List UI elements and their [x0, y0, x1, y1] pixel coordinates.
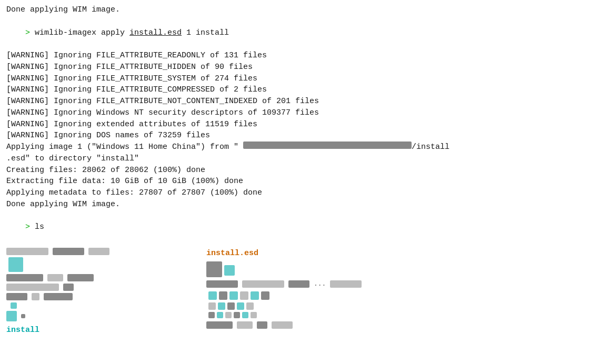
- line-warn1: [WARNING] Ignoring FILE_ATTRIBUTE_READON…: [6, 50, 594, 62]
- blurred-file2c: [67, 274, 94, 281]
- line-done2: Done applying WIM image.: [6, 199, 594, 210]
- r-bottom1: [206, 321, 233, 329]
- r-bottom2: [237, 321, 253, 329]
- ls-right-mosaic2: [208, 302, 594, 310]
- folder-icon-thumb: [8, 257, 23, 272]
- r-dark-block1: [206, 261, 222, 277]
- mosaic3-d2: [234, 312, 240, 318]
- line-warn7: [WARNING] Ignoring extended attributes o…: [6, 119, 594, 130]
- arg-install-esd: install.esd: [129, 28, 182, 37]
- r-blurred4: [330, 280, 362, 288]
- mosaic2-g2: [246, 302, 254, 310]
- dark-block1: [21, 314, 25, 318]
- r-dots: ...: [314, 279, 326, 289]
- line-extracting: Extracting file data: 10 GiB of 10 GiB (…: [6, 176, 594, 187]
- ls-right-mosaic: [208, 291, 594, 300]
- line-warn8: [WARNING] Ignoring DOS names of 73259 fi…: [6, 130, 594, 141]
- mosaic-d2: [261, 291, 269, 300]
- mosaic2-g1: [208, 302, 216, 310]
- prompt2: >: [25, 223, 35, 231]
- line-done1: Done applying WIM image.: [6, 4, 594, 16]
- mosaic3-c2: [242, 312, 248, 318]
- mosaic3-d1: [208, 312, 215, 318]
- cyan-block2: [6, 311, 17, 321]
- line-apply1: Applying image 1 ("Windows 11 Home China…: [6, 141, 594, 153]
- mosaic-c2: [229, 291, 238, 300]
- ls-left-item3: [6, 284, 206, 291]
- install-text: install: [6, 325, 39, 336]
- blurred-file1b: [53, 248, 84, 255]
- ls-left-item2: [6, 274, 206, 281]
- mosaic-g1: [240, 291, 248, 300]
- mosaic-c1: [208, 291, 217, 300]
- blurred-file1: [6, 248, 48, 255]
- ls-right-mosaic3: [208, 312, 594, 318]
- ls-left-item4: [6, 293, 206, 300]
- ls-right-item1: [206, 261, 594, 277]
- line-warn6: [WARNING] Ignoring Windows NT security d…: [6, 107, 594, 119]
- mosaic3-g2: [251, 312, 257, 318]
- ls-left-item1: [6, 248, 206, 255]
- r-blurred2: [242, 280, 284, 288]
- r-cyan-block1: [224, 265, 235, 276]
- ls-right-item2: ...: [206, 279, 594, 289]
- ls-install-label: install: [6, 325, 206, 336]
- ls-left-col: install: [6, 247, 206, 337]
- blurred-file2a: [6, 274, 43, 281]
- prompt: >: [25, 28, 35, 37]
- blurred-file3b: [63, 284, 74, 291]
- line-warn2: [WARNING] Ignoring FILE_ATTRIBUTE_HIDDEN…: [6, 62, 594, 73]
- line-creating: Creating files: 28062 of 28062 (100%) do…: [6, 165, 594, 176]
- blurred-file4a: [6, 293, 27, 300]
- mosaic-c3: [251, 291, 259, 300]
- r-bottom3: [257, 321, 267, 329]
- terminal-window: Done applying WIM image. > wimlib-imagex…: [0, 0, 600, 364]
- blurred-file1c: [88, 248, 109, 255]
- line-warn4: [WARNING] Ignoring FILE_ATTRIBUTE_COMPRE…: [6, 84, 594, 96]
- line-warn5: [WARNING] Ignoring FILE_ATTRIBUTE_NOT_CO…: [6, 96, 594, 107]
- ls-right-col: install.esd ...: [206, 247, 594, 337]
- cyan-block1: [11, 302, 17, 309]
- blurred-file2b: [47, 274, 63, 281]
- mosaic2-c2: [237, 302, 244, 310]
- blurred-dot: [32, 293, 39, 300]
- ls-left-item5: [11, 302, 206, 309]
- ls-install-esd-label: install.esd: [206, 248, 594, 259]
- line-apply2: .esd" to directory "install": [6, 153, 594, 165]
- ls-left-thumb: [8, 257, 206, 272]
- redacted-path: [243, 141, 412, 149]
- r-blurred1: [206, 280, 238, 288]
- blurred-file4b: [44, 293, 73, 300]
- mosaic3-c1: [217, 312, 223, 318]
- r-bottom4: [272, 321, 293, 329]
- r-blurred3: [288, 280, 309, 288]
- ls-output: install install.esd ...: [6, 247, 594, 337]
- mosaic3-g1: [225, 312, 232, 318]
- line-cmd2: > ls: [6, 210, 594, 245]
- mosaic2-d1: [227, 302, 235, 310]
- line-warn3: [WARNING] Ignoring FILE_ATTRIBUTE_SYSTEM…: [6, 73, 594, 85]
- cmd-wimlib: wimlib-imagex apply install.esd 1 instal…: [35, 28, 229, 37]
- line-metadata: Applying metadata to files: 27807 of 278…: [6, 187, 594, 199]
- cmd-ls: ls: [35, 223, 44, 231]
- blurred-file3a: [6, 284, 59, 291]
- mosaic2-c1: [218, 302, 225, 310]
- ls-right-bottom: [206, 321, 594, 329]
- line-cmd1: > wimlib-imagex apply install.esd 1 inst…: [6, 16, 594, 50]
- ls-left-item6: [6, 311, 206, 321]
- mosaic-d1: [219, 291, 227, 300]
- install-esd-text: install.esd: [206, 248, 258, 259]
